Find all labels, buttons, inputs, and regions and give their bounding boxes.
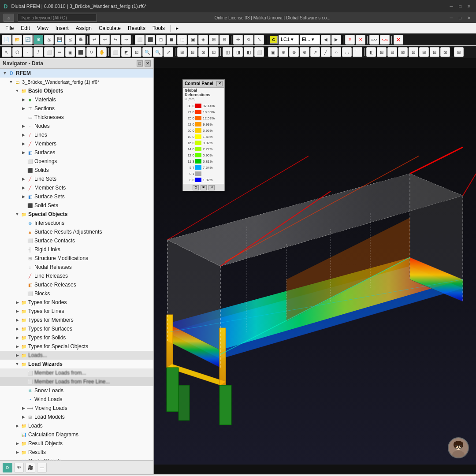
tb-snap1[interactable]: ⬜ (135, 35, 145, 45)
tb2-view2[interactable]: ◩ (121, 47, 131, 57)
search-icon-btn[interactable]: ⌕ (4, 14, 14, 22)
tb2-a1[interactable]: ▣ (268, 47, 278, 57)
tb2-a5[interactable]: ↗ (310, 47, 320, 57)
tree-loads[interactable]: 📁 Loads (0, 421, 153, 430)
tree-arrow-materials[interactable] (20, 97, 26, 103)
tb2-pan[interactable]: ✋ (97, 47, 107, 57)
tb-snap8[interactable]: ⊞ (209, 35, 219, 45)
tb-redo[interactable]: ↪ (111, 35, 120, 45)
tb2-a3[interactable]: ⊕ (289, 47, 299, 57)
tree-arrow-rfem[interactable] (2, 70, 8, 76)
tree-types-solids[interactable]: 📁 Types for Solids (0, 333, 153, 342)
maximize-button[interactable]: □ (457, 3, 464, 10)
tree-wind-loads[interactable]: ~ Wind Loads (0, 395, 153, 404)
nav-view-btn[interactable]: 🎥 (26, 463, 35, 472)
tb2-select[interactable]: ⬡ (12, 47, 22, 57)
tree-member-loads1[interactable]: ⬜ Member Loads from... (0, 368, 153, 377)
tree-project[interactable]: 🗂 3_Brücke_Wanderlast_fertig (1).rf6* (0, 78, 153, 86)
tree-surface-contacts[interactable]: ⬜ Surface Contacts (0, 236, 153, 245)
menu-view[interactable]: View (33, 24, 52, 32)
tree-arrow-sections[interactable] (20, 105, 26, 112)
search-input[interactable]: Type a keyword (Alt+Q) (18, 14, 97, 22)
tb2-b4[interactable]: ⊠ (398, 47, 408, 57)
tb-save[interactable]: 💾 (55, 35, 64, 45)
tree-arrow-surfacesets[interactable] (20, 193, 26, 200)
menu-more[interactable]: ▸ (172, 24, 182, 32)
tree-arrow-types-nodes[interactable] (14, 299, 20, 305)
tb-snap2[interactable]: ⬛ (145, 35, 155, 45)
tb-snap4[interactable]: ◼ (167, 35, 176, 45)
tree-arrow-load-wizards[interactable] (14, 361, 20, 367)
tb2-zoom-in[interactable]: 🔍 (142, 47, 152, 57)
tree-line-releases[interactable]: ╱ Line Releases (0, 271, 153, 280)
tb2-cursor[interactable]: ↖ (2, 47, 11, 57)
tree-nodes[interactable]: · Nodes (0, 122, 153, 130)
tree-intersections[interactable]: ⊕ Intersections (0, 219, 153, 227)
ei-dropdown[interactable]: Ei... ▾ (300, 35, 320, 45)
tree-arrow-results[interactable] (14, 449, 20, 455)
tb-snap7[interactable]: ◈ (198, 35, 208, 45)
tb2-member[interactable]: ━ (55, 47, 64, 57)
tree-types-nodes[interactable]: 📁 Types for Nodes (0, 298, 153, 307)
tb-print2[interactable]: 🖶 (76, 35, 86, 45)
tb-scale[interactable]: ⤡ (254, 35, 264, 45)
tree-surfaces[interactable]: ◧ Surfaces (0, 148, 153, 157)
tree-solid-sets[interactable]: ⬛ Solid Sets (0, 201, 153, 210)
tb2-a2[interactable]: ⊕ (279, 47, 288, 57)
tb2-opening[interactable]: ▣ (65, 47, 75, 57)
tree-load-wizards[interactable]: 📁 Load Wizards (0, 360, 153, 368)
menu-results[interactable]: Results (124, 24, 149, 32)
tb2-b2[interactable]: ⊞ (377, 47, 387, 57)
tb-x-cross2[interactable]: ✕ (356, 35, 365, 45)
viewport-3d[interactable]: Control Panel ✕ Global Deformations u [m… (154, 58, 476, 474)
tree-arrow-project[interactable] (8, 79, 14, 85)
tb2-line[interactable]: / (33, 47, 43, 57)
menu-insert[interactable]: Insert (52, 24, 72, 32)
cp-export-btn[interactable]: ↗ (208, 185, 215, 190)
tb2-surface[interactable]: ⬜ (44, 47, 54, 57)
tb-print-prev[interactable]: 🖨 (44, 35, 54, 45)
tb-rotate[interactable]: ↻ (244, 35, 253, 45)
tb-print[interactable]: 🖨 (65, 35, 75, 45)
tb-move[interactable]: ✛ (233, 35, 243, 45)
tree-arrow-types-members[interactable] (14, 317, 20, 323)
tb-nnn2[interactable]: x.xx (380, 35, 390, 45)
tree-arrow-basic[interactable] (14, 88, 20, 94)
tree-arrow-lines[interactable] (20, 132, 26, 138)
tb-x-cross[interactable]: ✕ (345, 35, 355, 45)
menu-assign[interactable]: Assign (72, 24, 95, 32)
tree-line-sets[interactable]: ╱ Line Sets (0, 175, 153, 183)
cp-close-btn[interactable]: ✕ (216, 81, 223, 86)
tb2-b3[interactable]: ⊟ (387, 47, 397, 57)
tree-arrow-loads[interactable] (14, 423, 20, 429)
tb2-a7[interactable]: ○ (331, 47, 341, 57)
tb2-b6[interactable]: ⊞ (419, 47, 429, 57)
menu-file[interactable]: File (2, 24, 17, 32)
secondary-close[interactable]: ✕ (465, 14, 472, 21)
tree-member-loads2[interactable]: ⬜ Member Loads from Free Line... (0, 377, 153, 386)
tree-basic-objects[interactable]: 📁 Basic Objects (0, 86, 153, 95)
tree-arrow-members[interactable] (20, 141, 26, 147)
tree-arrow-special[interactable] (14, 211, 20, 217)
tree-openings[interactable]: ⬜ Openings (0, 157, 153, 166)
tb-close-all[interactable]: ✕ (394, 35, 403, 45)
tree-root-rfem[interactable]: D RFEM (0, 69, 153, 78)
tree-surface-releases[interactable]: ◧ Surface Releases (0, 280, 153, 289)
tree-arrow-result-objects[interactable] (14, 440, 20, 446)
tree-thicknesses[interactable]: ▭ Thicknesses (0, 113, 153, 122)
tb2-view1[interactable]: ⬜ (111, 47, 120, 57)
tree-guide-objects[interactable]: 📁 Guide Objects (0, 457, 153, 460)
tb2-a4[interactable]: ⊕ (300, 47, 309, 57)
tree-arrow-moving[interactable] (20, 405, 26, 411)
tree-calc-diagrams[interactable]: 📊 Calculation Diagrams (0, 430, 153, 439)
close-button[interactable]: ✕ (465, 3, 472, 10)
tb2-solid[interactable]: ⬛ (76, 47, 86, 57)
tree-arrow-types-surfaces[interactable] (14, 326, 20, 332)
tree-types-lines[interactable]: 📁 Types for Lines (0, 307, 153, 316)
tree-rigid-links[interactable]: ┤ Rigid Links (0, 245, 153, 254)
lc-dropdown[interactable]: LC1 ▾ (279, 35, 299, 45)
tb2-grid[interactable]: ⊞ (454, 47, 464, 57)
tree-arrow-loads-top[interactable] (14, 352, 20, 358)
secondary-maximize[interactable]: □ (457, 14, 464, 21)
tree-materials[interactable]: ■ Materials (0, 95, 153, 104)
